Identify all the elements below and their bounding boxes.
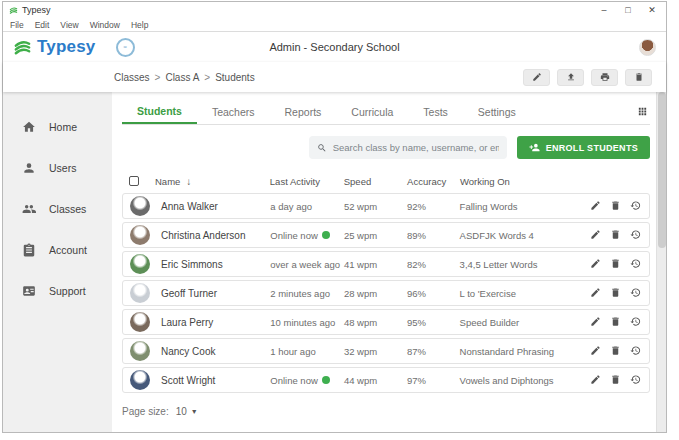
column-name[interactable]: Name xyxy=(155,176,180,187)
breadcrumb-bar: Classes > Class A > Students xyxy=(3,62,666,92)
edit-class-button[interactable] xyxy=(523,69,550,86)
sidebar-item-classes[interactable]: Classes xyxy=(3,188,112,229)
main-content: Students Teachers Reports Curricula Test… xyxy=(112,92,666,432)
history-button[interactable] xyxy=(630,374,641,387)
grid-view-button[interactable] xyxy=(637,103,648,121)
delete-icon xyxy=(610,200,621,211)
menu-window[interactable]: Window xyxy=(90,20,120,30)
sidebar-item-users[interactable]: Users xyxy=(3,147,112,188)
edit-icon xyxy=(590,287,601,298)
edit-icon xyxy=(590,316,601,327)
delete-student-button[interactable] xyxy=(610,229,621,242)
speed-value: 41 wpm xyxy=(344,259,407,270)
table-row[interactable]: Christina Anderson Online now 25 wpm 89%… xyxy=(122,222,650,248)
upload-button[interactable] xyxy=(557,69,584,86)
vertical-scrollbar[interactable] xyxy=(656,92,666,432)
last-activity-text: over a week ago xyxy=(270,259,340,270)
delete-student-button[interactable] xyxy=(610,258,621,271)
working-on-value: Nonstandard Phrasing xyxy=(460,346,592,357)
breadcrumb-students[interactable]: Students xyxy=(215,72,254,83)
breadcrumb-class-a[interactable]: Class A xyxy=(165,72,199,83)
column-accuracy[interactable]: Accuracy xyxy=(407,176,460,187)
working-on-value: L to 'Exercise xyxy=(460,288,592,299)
menu-file[interactable]: File xyxy=(10,20,24,30)
history-icon xyxy=(630,316,641,327)
column-last-activity[interactable]: Last Activity xyxy=(270,176,344,187)
table-row[interactable]: Anna Walker a day ago 52 wpm 92% Falling… xyxy=(122,193,650,219)
edit-student-button[interactable] xyxy=(590,374,601,387)
history-button[interactable] xyxy=(630,316,641,329)
sidebar-item-account[interactable]: Account xyxy=(3,229,112,270)
window-title: Typesy xyxy=(22,5,51,15)
tab-reports[interactable]: Reports xyxy=(270,100,337,124)
last-activity-text: a day ago xyxy=(270,201,312,212)
maximize-button[interactable]: □ xyxy=(616,3,640,17)
arrow-down-icon[interactable]: ↓ xyxy=(186,176,191,187)
table-row[interactable]: Laura Perry 10 minutes ago 48 wpm 95% Sp… xyxy=(122,309,650,335)
edit-student-button[interactable] xyxy=(590,229,601,242)
tab-teachers[interactable]: Teachers xyxy=(197,100,270,124)
edit-student-button[interactable] xyxy=(590,258,601,271)
menu-help[interactable]: Help xyxy=(131,20,148,30)
enroll-students-button[interactable]: ENROLL STUDENTS xyxy=(517,136,650,159)
edit-student-button[interactable] xyxy=(590,345,601,358)
home-icon xyxy=(22,120,36,134)
column-working-on[interactable]: Working On xyxy=(460,176,592,187)
table-body: Anna Walker a day ago 52 wpm 92% Falling… xyxy=(122,193,650,393)
history-button[interactable] xyxy=(630,345,641,358)
table-row[interactable]: Geoff Turner 2 minutes ago 28 wpm 96% L … xyxy=(122,280,650,306)
delete-student-button[interactable] xyxy=(610,374,621,387)
history-button[interactable] xyxy=(630,229,641,242)
tab-tests[interactable]: Tests xyxy=(408,100,463,124)
search-box[interactable] xyxy=(309,136,507,159)
tab-students[interactable]: Students xyxy=(122,100,197,124)
avatar xyxy=(130,196,150,216)
scrollbar-thumb[interactable] xyxy=(658,92,666,248)
upload-icon xyxy=(566,72,576,82)
delete-student-button[interactable] xyxy=(610,345,621,358)
edit-icon xyxy=(590,258,601,269)
history-button[interactable] xyxy=(630,200,641,213)
search-input[interactable] xyxy=(333,142,499,153)
pagination-bar: Page size: 10 ▼ xyxy=(122,406,650,417)
close-button[interactable]: ✕ xyxy=(640,3,664,17)
tab-curricula[interactable]: Curricula xyxy=(336,100,408,124)
tab-settings[interactable]: Settings xyxy=(463,100,531,124)
last-activity-text: 1 hour ago xyxy=(270,346,315,357)
working-on-value: Speed Builder xyxy=(460,317,592,328)
sidebar-item-home[interactable]: Home xyxy=(3,106,112,147)
student-name: Scott Wright xyxy=(161,375,215,386)
delete-student-button[interactable] xyxy=(610,200,621,213)
accuracy-value: 87% xyxy=(407,346,460,357)
table-row[interactable]: Eric Simmons over a week ago 41 wpm 82% … xyxy=(122,251,650,277)
edit-student-button[interactable] xyxy=(590,287,601,300)
tabs-bar: Students Teachers Reports Curricula Test… xyxy=(122,100,650,125)
history-button[interactable] xyxy=(630,258,641,271)
menu-view[interactable]: View xyxy=(60,20,78,30)
column-speed[interactable]: Speed xyxy=(344,176,407,187)
print-button[interactable] xyxy=(591,69,618,86)
edit-student-button[interactable] xyxy=(590,200,601,213)
edit-icon xyxy=(590,345,601,356)
user-avatar[interactable] xyxy=(639,39,656,56)
delete-icon xyxy=(610,229,621,240)
minimize-button[interactable]: – xyxy=(592,3,616,17)
history-button[interactable] xyxy=(630,287,641,300)
table-row[interactable]: Scott Wright Online now 44 wpm 97% Vowel… xyxy=(122,367,650,393)
student-name: Eric Simmons xyxy=(161,259,223,270)
page-size-dropdown[interactable]: 10 ▼ xyxy=(176,406,198,417)
table-row[interactable]: Nancy Cook 1 hour ago 32 wpm 87% Nonstan… xyxy=(122,338,650,364)
history-icon xyxy=(630,345,641,356)
history-icon xyxy=(630,200,641,211)
sidebar-item-support[interactable]: Support xyxy=(3,270,112,311)
breadcrumb-classes[interactable]: Classes xyxy=(114,72,150,83)
edit-student-button[interactable] xyxy=(590,316,601,329)
delete-class-button[interactable] xyxy=(625,69,652,86)
select-all-checkbox[interactable] xyxy=(129,176,139,186)
delete-student-button[interactable] xyxy=(610,316,621,329)
title-bar[interactable]: Typesy – □ ✕ xyxy=(3,2,666,18)
working-on-value: Falling Words xyxy=(460,201,592,212)
speed-value: 48 wpm xyxy=(344,317,407,328)
menu-edit[interactable]: Edit xyxy=(35,20,50,30)
delete-student-button[interactable] xyxy=(610,287,621,300)
